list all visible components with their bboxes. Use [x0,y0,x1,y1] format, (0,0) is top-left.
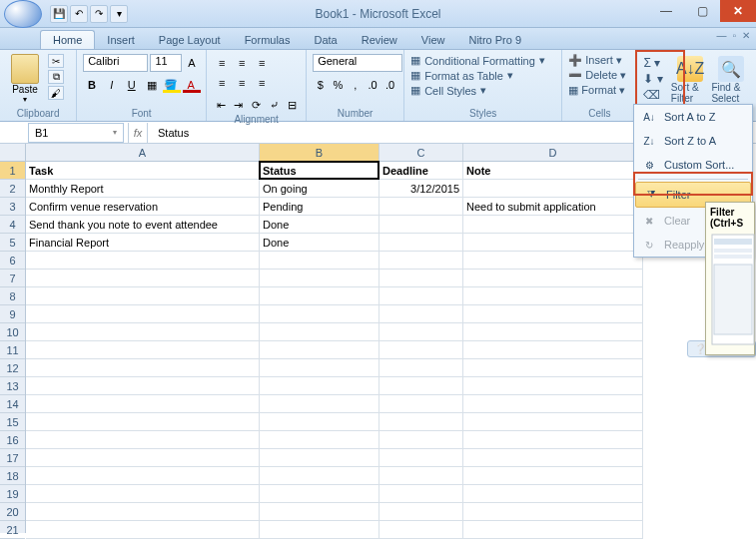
cell-B18[interactable] [260,467,379,484]
cell-A20[interactable] [26,503,260,520]
cell-C6[interactable] [379,252,463,269]
row-header-6[interactable]: 6 [0,252,25,270]
currency-icon[interactable]: $ [313,76,328,94]
cell-B8[interactable] [260,287,379,304]
row-header-18[interactable]: 18 [0,467,25,485]
cell-C13[interactable] [379,377,463,394]
decrease-decimal-icon[interactable]: .0 [382,76,397,94]
cell-B9[interactable] [260,305,379,322]
save-icon[interactable]: 💾 [50,5,68,23]
cell-A12[interactable] [26,359,260,376]
cell-D1[interactable]: Note [463,162,643,179]
percent-icon[interactable]: % [331,76,346,94]
fx-icon[interactable]: fx [128,123,148,143]
merge-icon[interactable]: ⊟ [284,96,300,114]
tab-home[interactable]: Home [40,30,95,49]
cell-A8[interactable] [26,287,260,304]
cell-B11[interactable] [260,341,379,358]
cell-A1[interactable]: Task [26,162,260,179]
cell-C21[interactable] [379,521,463,538]
cell-grid[interactable]: Task Status Deadline Note Monthly Report… [26,162,643,533]
row-header-20[interactable]: 20 [0,503,25,521]
col-header-A[interactable]: A [26,144,260,161]
cell-D7[interactable] [463,270,643,286]
cell-D19[interactable] [463,485,643,502]
tab-data[interactable]: Data [302,31,349,49]
cell-A11[interactable] [26,341,260,358]
tab-page-layout[interactable]: Page Layout [147,31,233,49]
cell-A3[interactable]: Confirm venue reservation [26,198,260,215]
comma-icon[interactable]: , [348,76,363,94]
row-header-4[interactable]: 4 [0,216,25,234]
name-box[interactable]: B1▾ [28,123,124,143]
cell-A2[interactable]: Monthly Report [26,180,260,197]
col-header-C[interactable]: C [379,144,463,161]
menu-sort-za[interactable]: Z↓Sort Z to A [634,129,752,153]
tab-view[interactable]: View [409,31,457,49]
cell-C10[interactable] [379,323,463,340]
cut-icon[interactable]: ✂ [48,54,64,68]
tab-review[interactable]: Review [350,31,409,49]
cell-C19[interactable] [379,485,463,502]
cell-A16[interactable] [26,431,260,448]
row-header-14[interactable]: 14 [0,395,25,413]
align-right-icon[interactable]: ≡ [253,74,271,92]
minimize-button[interactable]: — [648,0,684,22]
qat-customize-icon[interactable]: ▾ [110,5,128,23]
cell-D4[interactable] [463,216,643,233]
cell-D11[interactable] [463,341,643,358]
close-workbook-icon[interactable]: ✕ [742,30,750,41]
tab-nitro[interactable]: Nitro Pro 9 [456,31,533,49]
cell-B1[interactable]: Status [260,162,379,179]
office-button[interactable] [4,0,42,28]
cell-B10[interactable] [260,323,379,340]
grow-font-icon[interactable]: A [184,54,200,72]
row-header-9[interactable]: 9 [0,305,25,323]
cell-B4[interactable]: Done [260,216,379,233]
align-center-icon[interactable]: ≡ [233,74,251,92]
font-name-select[interactable]: Calibri [83,54,148,72]
cell-D2[interactable] [463,180,643,197]
undo-icon[interactable]: ↶ [70,5,88,23]
delete-cells-button[interactable]: ➖ Delete ▾ [568,69,630,82]
cell-D12[interactable] [463,359,643,376]
cell-B17[interactable] [260,449,379,466]
select-all-corner[interactable] [0,144,26,162]
insert-cells-button[interactable]: ➕ Insert ▾ [568,54,630,67]
format-as-table-button[interactable]: ▦Format as Table ▾ [410,69,555,82]
cell-D13[interactable] [463,377,643,394]
cell-C7[interactable] [379,270,463,286]
cell-C20[interactable] [379,503,463,520]
increase-decimal-icon[interactable]: .0 [365,76,379,94]
cell-C17[interactable] [379,449,463,466]
cell-A21[interactable] [26,521,260,538]
cell-B21[interactable] [260,521,379,538]
cell-A19[interactable] [26,485,260,502]
cell-B6[interactable] [260,252,379,269]
menu-sort-az[interactable]: A↓Sort A to Z [634,105,752,129]
border-button[interactable]: ▦ [143,76,161,94]
cell-A7[interactable] [26,270,260,286]
number-format-select[interactable]: General [313,54,402,72]
fill-color-button[interactable]: 🪣 [162,76,180,94]
cell-A13[interactable] [26,377,260,394]
format-cells-button[interactable]: ▦ Format ▾ [568,84,630,97]
align-bottom-icon[interactable]: ≡ [253,54,271,72]
redo-icon[interactable]: ↷ [90,5,108,23]
row-header-16[interactable]: 16 [0,431,25,449]
font-color-button[interactable]: A [182,76,200,94]
cell-A18[interactable] [26,467,260,484]
italic-button[interactable]: I [103,76,121,94]
cell-B2[interactable]: On going [260,180,379,197]
minimize-ribbon-icon[interactable]: — [716,30,726,41]
col-header-B[interactable]: B [260,144,379,161]
cell-C11[interactable] [379,341,463,358]
cell-A5[interactable]: Financial Report [26,234,260,251]
cell-B16[interactable] [260,431,379,448]
bold-button[interactable]: B [83,76,101,94]
cell-C16[interactable] [379,431,463,448]
cell-A6[interactable] [26,252,260,269]
conditional-formatting-button[interactable]: ▦Conditional Formatting ▾ [410,54,555,67]
cell-B5[interactable]: Done [260,234,379,251]
copy-icon[interactable]: ⧉ [48,70,64,84]
